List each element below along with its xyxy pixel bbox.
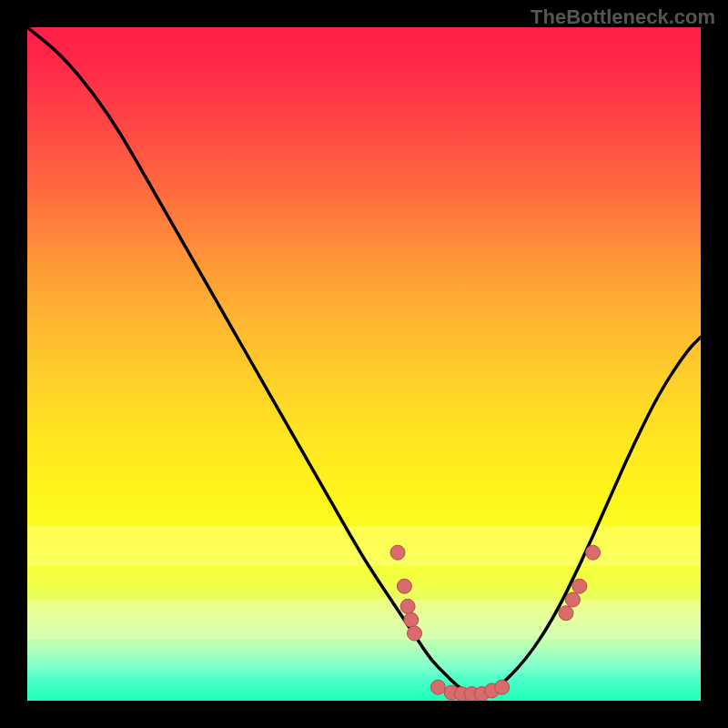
data-marker <box>404 612 419 627</box>
data-marker <box>430 680 445 694</box>
data-marker <box>408 626 422 641</box>
curve-path <box>27 27 701 694</box>
data-marker <box>390 545 405 560</box>
data-marker <box>565 592 580 607</box>
data-marker <box>572 579 587 593</box>
bottleneck-curve <box>27 27 701 701</box>
attribution-text: TheBottleneck.com <box>531 5 715 29</box>
data-marker <box>400 599 415 613</box>
data-marker <box>559 606 573 621</box>
data-marker <box>397 579 411 593</box>
data-marker <box>495 680 510 694</box>
chart-plot-area <box>27 27 701 701</box>
data-marker <box>586 545 601 560</box>
